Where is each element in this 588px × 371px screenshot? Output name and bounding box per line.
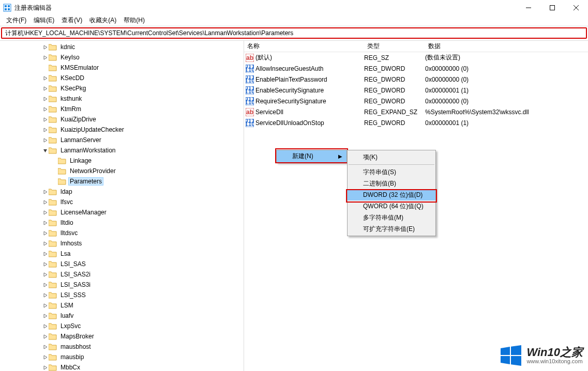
tree-item[interactable]: MapsBroker [0, 331, 244, 342]
chevron-right-icon[interactable] [41, 107, 49, 112]
tree-item[interactable]: NetworkProvider [0, 166, 244, 176]
tree-item-label: KSecDD [59, 74, 86, 82]
list-row[interactable]: EnablePlainTextPasswordREG_DWORD0x000000… [244, 74, 588, 85]
tree-item[interactable]: LSM [0, 300, 244, 311]
minimize-button[interactable] [517, 0, 540, 16]
tree-item-label: LSI_SSS [59, 291, 87, 299]
chevron-right-icon[interactable] [41, 293, 49, 298]
tree-item[interactable]: LSI_SAS [0, 259, 244, 269]
menu-item[interactable]: DWORD (32 位)值(D) [348, 189, 435, 200]
tree-item[interactable]: lfsvc [0, 197, 244, 207]
menu-fav[interactable]: 收藏夹(A) [89, 16, 116, 25]
chevron-right-icon[interactable] [41, 138, 49, 143]
chevron-right-icon[interactable] [41, 76, 49, 81]
col-data[interactable]: 数据 [425, 42, 588, 51]
list-row[interactable]: AllowInsecureGuestAuthREG_DWORD0x0000000… [244, 63, 588, 74]
tree-item[interactable]: ldap [0, 187, 244, 197]
tree-item[interactable]: LicenseManager [0, 207, 244, 218]
tree-item[interactable]: LxpSvc [0, 321, 244, 331]
col-type[interactable]: 类型 [364, 42, 425, 51]
chevron-right-icon[interactable] [41, 303, 49, 308]
svg-rect-3 [5, 8, 7, 10]
tree-item[interactable]: mausbhost [0, 342, 244, 352]
chevron-right-icon[interactable] [41, 345, 49, 349]
list-row[interactable]: RequireSecuritySignatureREG_DWORD0x00000… [244, 96, 588, 106]
chevron-right-icon[interactable] [41, 272, 49, 277]
menu-item[interactable]: 字符串值(S) [348, 166, 435, 178]
tree-item[interactable]: luafv [0, 311, 244, 321]
tree-item-label: LSI_SAS [59, 260, 87, 268]
tree-item-label: MapsBroker [59, 332, 96, 341]
folder-icon [49, 260, 57, 268]
list-row[interactable]: ServiceDllREG_EXPAND_SZ%SystemRoot%\Syst… [244, 106, 588, 117]
menu-edit[interactable]: 编辑(E) [34, 16, 54, 25]
tree-item[interactable]: KuaizipUpdateChecker [0, 125, 244, 135]
chevron-right-icon[interactable] [41, 128, 49, 132]
chevron-down-icon[interactable] [41, 148, 49, 153]
tree-item[interactable]: LSI_SAS3i [0, 280, 244, 290]
tree-item[interactable]: LSI_SSS [0, 290, 244, 300]
chevron-right-icon[interactable] [41, 334, 49, 339]
menu-item[interactable]: 项(K) [348, 151, 435, 163]
chevron-right-icon[interactable] [41, 365, 49, 370]
chevron-right-icon[interactable] [41, 283, 49, 287]
address-bar[interactable]: 计算机\HKEY_LOCAL_MACHINE\SYSTEM\CurrentCon… [1, 27, 587, 39]
tree-item-label: LicenseManager [59, 208, 108, 217]
chevron-right-icon[interactable] [41, 210, 49, 215]
list-pane[interactable]: 名称 类型 数据 (默认)REG_SZ(数值未设置)AllowInsecureG… [244, 41, 588, 371]
chevron-right-icon[interactable] [41, 252, 49, 256]
tree-item[interactable]: mausbip [0, 352, 244, 362]
chevron-right-icon[interactable] [41, 221, 49, 225]
list-row[interactable]: EnableSecuritySignatureREG_DWORD0x000000… [244, 85, 588, 96]
chevron-right-icon[interactable] [41, 45, 49, 50]
tree-item[interactable]: MbbCx [0, 362, 244, 371]
tree-item[interactable]: lltdio [0, 218, 244, 228]
menu-item[interactable]: 二进制值(B) [348, 178, 435, 189]
chevron-right-icon[interactable] [41, 86, 49, 91]
tree-item[interactable]: KMSEmulator [0, 63, 244, 73]
tree-item[interactable]: LSI_SAS2i [0, 269, 244, 280]
col-name[interactable]: 名称 [244, 42, 364, 51]
menu-file[interactable]: 文件(F) [6, 16, 26, 25]
chevron-right-icon[interactable] [41, 241, 49, 246]
svg-rect-6 [550, 6, 555, 10]
menu-help[interactable]: 帮助(H) [124, 16, 145, 25]
tree-item[interactable]: Linkage [0, 156, 244, 166]
chevron-right-icon[interactable] [41, 262, 49, 267]
tree-item[interactable]: Lsa [0, 249, 244, 259]
tree-item[interactable]: LanmanWorkstation [0, 145, 244, 156]
tree-item[interactable]: KtmRm [0, 104, 244, 114]
menu-item[interactable]: 多字符串值(M) [348, 212, 435, 223]
tree-item[interactable]: KSecPkg [0, 83, 244, 94]
tree-item[interactable]: LanmanServer [0, 135, 244, 145]
tree-pane[interactable]: kdnicKeyIsoKMSEmulatorKSecDDKSecPkgksthu… [0, 41, 244, 371]
chevron-right-icon[interactable] [41, 231, 49, 236]
chevron-right-icon[interactable] [41, 324, 49, 329]
chevron-right-icon[interactable] [41, 200, 49, 205]
tree-item[interactable]: lltdsvc [0, 228, 244, 238]
chevron-right-icon[interactable] [41, 55, 49, 60]
tree-item[interactable]: KSecDD [0, 73, 244, 83]
folder-icon [58, 157, 66, 164]
chevron-right-icon[interactable] [41, 314, 49, 318]
close-button[interactable] [564, 0, 588, 16]
list-row[interactable]: (默认)REG_SZ(数值未设置) [244, 52, 588, 63]
menu-item[interactable]: 可扩充字符串值(E) [348, 223, 435, 235]
value-data: (数值未设置) [425, 53, 588, 62]
tree-item[interactable]: ksthunk [0, 94, 244, 104]
tree-item[interactable]: KeyIso [0, 52, 244, 63]
chevron-right-icon[interactable] [41, 190, 49, 194]
tree-item[interactable]: kdnic [0, 42, 244, 52]
tree-item[interactable]: Parameters [0, 176, 244, 187]
tree-item[interactable]: KuaiZipDrive [0, 114, 244, 125]
maximize-button[interactable] [540, 0, 564, 16]
list-row[interactable]: ServiceDllUnloadOnStopREG_DWORD0x0000000… [244, 117, 588, 128]
windows-logo-icon [500, 344, 522, 367]
tree-item[interactable]: lmhosts [0, 238, 244, 249]
chevron-right-icon[interactable] [41, 117, 49, 122]
menu-item-new[interactable]: 新建(N) ▶ [277, 150, 346, 162]
menu-item[interactable]: QWORD (64 位)值(Q) [348, 200, 435, 212]
chevron-right-icon[interactable] [41, 355, 49, 360]
menu-view[interactable]: 查看(V) [62, 16, 82, 25]
chevron-right-icon[interactable] [41, 97, 49, 101]
